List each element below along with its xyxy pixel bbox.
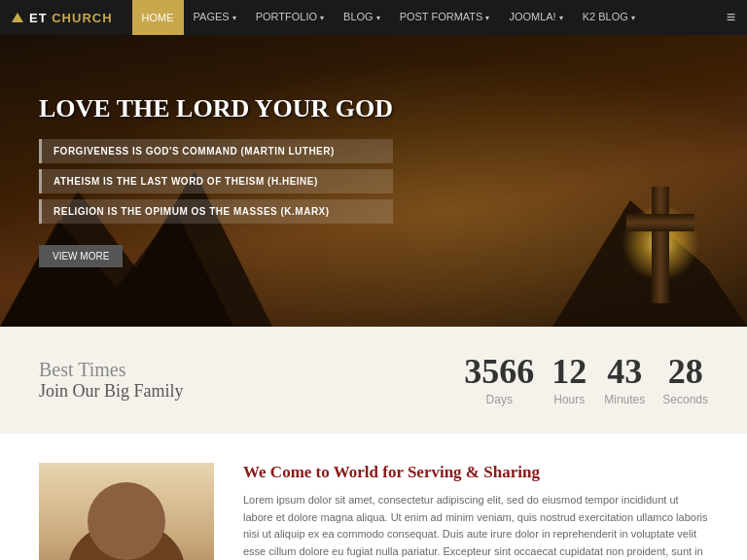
- site-logo[interactable]: ET CHURCH: [12, 11, 113, 25]
- hours-number: 12: [551, 354, 587, 389]
- days-number: 3566: [464, 354, 534, 389]
- nav-item-k2blog[interactable]: K2 BLOG▾: [573, 0, 645, 36]
- countdown-minutes: 43 Minutes: [604, 354, 645, 406]
- cross-horizontal: [626, 214, 694, 231]
- about-image: [39, 463, 214, 560]
- about-paragraph-1: Lorem ipsum dolor sit amet, consectetur …: [243, 492, 708, 560]
- about-section: We Come to World for Serving & Sharing L…: [0, 434, 747, 560]
- nav-item-post-formats[interactable]: POST FORMATS▾: [390, 0, 500, 36]
- minutes-label: Minutes: [604, 393, 645, 406]
- countdown-seconds: 28 Seconds: [662, 354, 708, 406]
- hero-title: LOVE THE LORD YOUR GOD: [39, 94, 393, 123]
- countdown-heading: Best Times: [39, 359, 184, 381]
- about-content: We Come to World for Serving & Sharing L…: [243, 463, 708, 560]
- hours-label: Hours: [551, 393, 587, 406]
- navigation: ET CHURCH HOME PAGES▾ PORTFOLIO▾ BLOG▾ P…: [0, 0, 747, 35]
- cross-image: [652, 187, 669, 307]
- seconds-label: Seconds: [662, 393, 708, 406]
- hamburger-icon[interactable]: ≡: [727, 9, 735, 26]
- nav-item-pages[interactable]: PAGES▾: [184, 0, 246, 36]
- nav-item-home[interactable]: HOME: [132, 0, 184, 35]
- nav-item-joomla[interactable]: JOOMLA!▾: [499, 0, 572, 36]
- countdown-numbers: 3566 Days 12 Hours 43 Minutes 28 Seconds: [464, 354, 708, 406]
- days-label: Days: [464, 393, 534, 406]
- countdown-subheading: Join Our Big Family: [39, 381, 184, 402]
- countdown-days: 3566 Days: [464, 354, 534, 406]
- hero-quote-1: FORGIVENESS IS GOD'S COMMAND (Martin Lut…: [39, 139, 393, 163]
- cross-icon: [652, 187, 669, 303]
- nav-item-blog[interactable]: BLOG▾: [334, 0, 390, 36]
- countdown-section: Best Times Join Our Big Family 3566 Days…: [0, 327, 747, 434]
- nav-menu: HOME PAGES▾ PORTFOLIO▾ BLOG▾ POST FORMAT…: [132, 0, 645, 36]
- logo-icon: [12, 13, 23, 22]
- hero-content: LOVE THE LORD YOUR GOD FORGIVENESS IS GO…: [0, 55, 432, 306]
- about-heading: We Come to World for Serving & Sharing: [243, 463, 708, 482]
- minutes-number: 43: [604, 354, 645, 389]
- person-head: [88, 482, 165, 560]
- hero-section: LOVE THE LORD YOUR GOD FORGIVENESS IS GO…: [0, 35, 747, 327]
- cross-vertical: [652, 187, 669, 303]
- countdown-hours: 12 Hours: [551, 354, 587, 406]
- seconds-number: 28: [662, 354, 708, 389]
- logo-text: ET CHURCH: [29, 11, 113, 25]
- nav-item-portfolio[interactable]: PORTFOLIO▾: [246, 0, 334, 36]
- hero-quote-3: RELIGION IS THE OPIMUM OS THE MASSES (K.…: [39, 199, 393, 224]
- view-more-button[interactable]: View More: [39, 245, 123, 267]
- hero-quote-2: ATHEISM IS THE LAST WORD OF THEISM (H.He…: [39, 169, 393, 193]
- countdown-text: Best Times Join Our Big Family: [39, 359, 184, 402]
